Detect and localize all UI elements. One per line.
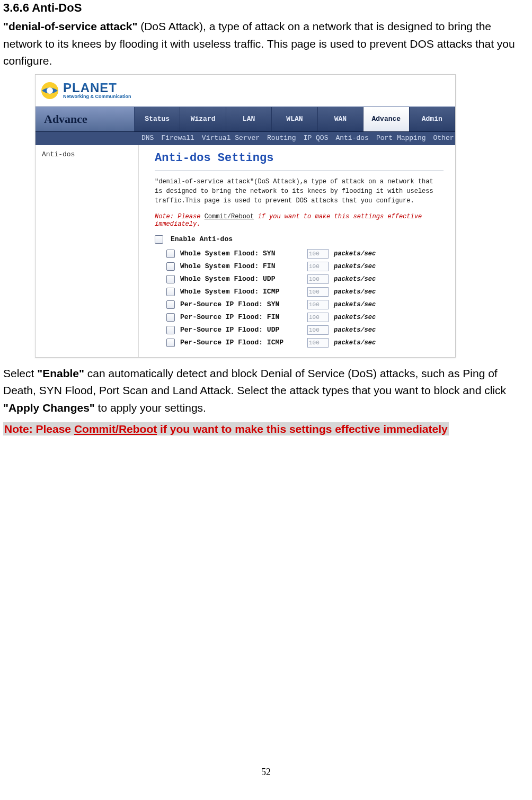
tab-wizard[interactable]: Wizard (180, 107, 226, 131)
after-1b: "Enable" (37, 367, 84, 379)
divider (155, 170, 444, 171)
intro-paragraph: "denial-of-service attack" (DoS Attack),… (3, 18, 529, 70)
tab-admin[interactable]: Admin (410, 107, 455, 131)
subnav-dns[interactable]: DNS (141, 134, 154, 142)
option-unit: packets/sec (334, 301, 376, 308)
option-unit: packets/sec (334, 326, 376, 334)
subnav-portmap[interactable]: Port Mapping (376, 134, 426, 142)
option-checkbox[interactable] (166, 288, 175, 296)
option-row: Per-Source IP Flood: SYNpackets/sec (166, 300, 444, 309)
tab-lan[interactable]: LAN (226, 107, 272, 131)
option-label: Per-Source IP Flood: UDP (180, 326, 302, 334)
subnav-firewall[interactable]: Firewall (161, 134, 194, 142)
option-label: Per-Source IP Flood: ICMP (180, 339, 302, 346)
option-label: Whole System Flood: SYN (180, 250, 302, 257)
note-paragraph: Note: Please Commit/Reboot if you want t… (3, 421, 529, 438)
nav-tabs: Status Wizard LAN WLAN WAN Advance Admin (135, 107, 455, 131)
option-value-input[interactable] (307, 262, 329, 271)
tab-wlan[interactable]: WLAN (272, 107, 317, 131)
option-checkbox[interactable] (166, 300, 175, 309)
logo-row: PLANET Networking & Communication (36, 75, 455, 103)
nav-section-label: Advance (36, 107, 135, 131)
option-checkbox[interactable] (166, 250, 175, 258)
enable-checkbox[interactable] (155, 235, 163, 244)
main-nav: Advance Status Wizard LAN WLAN WAN Advan… (36, 106, 455, 132)
router-ui-screenshot: PLANET Networking & Communication Advanc… (35, 74, 456, 358)
option-row: Per-Source IP Flood: FINpackets/sec (166, 313, 444, 322)
panel-title: Anti-dos Settings (155, 152, 444, 165)
instruction-paragraph: Select "Enable" can automatically detect… (3, 365, 529, 417)
bottom-note: Note: Please Commit/Reboot if you want t… (3, 422, 449, 435)
option-label: Whole System Flood: ICMP (180, 288, 302, 296)
after-1e: to apply your settings. (95, 402, 206, 414)
option-value-input[interactable] (307, 274, 329, 284)
option-label: Whole System Flood: FIN (180, 262, 302, 270)
panel-note-link[interactable]: Commit/Reboot (205, 213, 254, 220)
subnav-ipqos[interactable]: IP QOS (304, 134, 329, 142)
note-b: Commit/Reboot (74, 423, 157, 435)
sub-nav: DNS Firewall Virtual Server Routing IP Q… (36, 132, 455, 145)
option-value-input[interactable] (307, 249, 329, 259)
option-label: Whole System Flood: UDP (180, 275, 302, 283)
note-a: Note: Please (4, 423, 74, 435)
option-row: Per-Source IP Flood: ICMPpackets/sec (166, 338, 444, 348)
sidebar-item-antidos[interactable]: Anti-dos (42, 150, 75, 158)
option-label: Per-Source IP Flood: SYN (180, 300, 302, 308)
option-unit: packets/sec (334, 250, 376, 257)
option-unit: packets/sec (334, 263, 376, 270)
brand-name: PLANET (63, 82, 131, 94)
tab-wan[interactable]: WAN (318, 107, 363, 131)
settings-panel: Anti-dos Settings "denial-of-service att… (139, 145, 455, 357)
option-row: Whole System Flood: ICMPpackets/sec (166, 287, 444, 297)
option-row: Whole System Flood: SYNpackets/sec (166, 249, 444, 259)
option-checkbox[interactable] (166, 275, 175, 283)
option-row: Whole System Flood: UDPpackets/sec (166, 274, 444, 284)
content-row: Anti-dos Anti-dos Settings "denial-of-se… (36, 145, 455, 357)
panel-note: Note: Please Commit/Reboot if you want t… (155, 213, 444, 228)
option-row: Whole System Flood: FINpackets/sec (166, 262, 444, 271)
option-unit: packets/sec (334, 339, 376, 346)
sidebar: Anti-dos (36, 145, 139, 357)
option-unit: packets/sec (334, 275, 376, 283)
svg-point-1 (47, 87, 53, 94)
page-number: 52 (3, 767, 529, 790)
subnav-vserver[interactable]: Virtual Server (202, 134, 260, 142)
option-value-input[interactable] (307, 325, 329, 335)
option-checkbox[interactable] (166, 262, 175, 271)
option-value-input[interactable] (307, 338, 329, 348)
subnav-routing[interactable]: Routing (267, 134, 296, 142)
panel-note-a: Note: Please (155, 213, 205, 220)
enable-row: Enable Anti-dos (155, 235, 444, 244)
option-checkbox[interactable] (166, 326, 175, 334)
panel-description: "denial-of-service attack"(DoS Attack),a… (155, 177, 436, 206)
after-1a: Select (3, 367, 37, 379)
note-c: if you want to make this settings effect… (157, 423, 447, 435)
option-label: Per-Source IP Flood: FIN (180, 313, 302, 321)
option-value-input[interactable] (307, 287, 329, 297)
tab-status[interactable]: Status (135, 107, 180, 131)
option-checkbox[interactable] (166, 313, 175, 322)
option-list: Whole System Flood: SYNpackets/secWhole … (155, 249, 444, 348)
option-value-input[interactable] (307, 300, 329, 309)
option-row: Per-Source IP Flood: UDPpackets/sec (166, 325, 444, 335)
after-1d: "Apply Changes" (3, 402, 95, 414)
section-heading: 3.6.6 Anti-DoS (3, 1, 529, 15)
option-unit: packets/sec (334, 314, 376, 321)
subnav-antidos[interactable]: Anti-dos (335, 134, 368, 142)
tab-advance[interactable]: Advance (363, 107, 409, 131)
option-checkbox[interactable] (166, 339, 175, 347)
brand-subtitle: Networking & Communication (63, 94, 131, 99)
option-unit: packets/sec (334, 288, 376, 296)
intro-bold: "denial-of-service attack" (3, 20, 137, 32)
option-value-input[interactable] (307, 313, 329, 322)
enable-label: Enable Anti-dos (171, 235, 233, 243)
subnav-other[interactable]: Other (433, 134, 454, 142)
planet-logo-icon (41, 82, 59, 100)
